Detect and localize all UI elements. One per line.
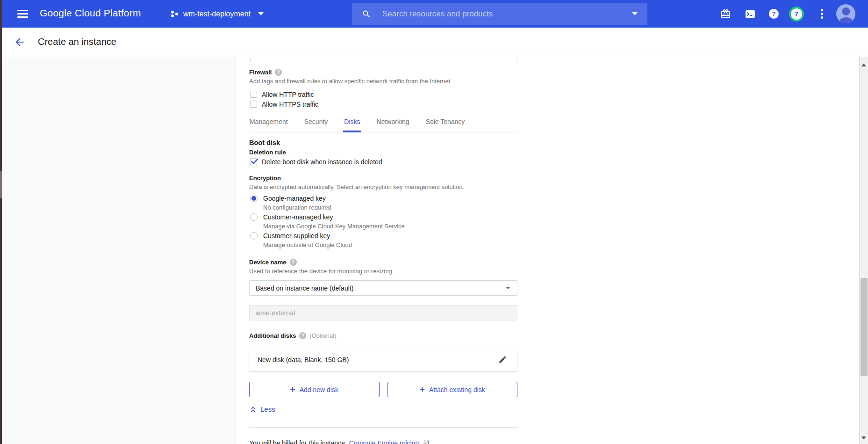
- plus-icon: +: [290, 385, 295, 393]
- double-chevron-up-icon: [250, 406, 256, 413]
- device-name-description: Used to reference the device for mountin…: [249, 268, 394, 275]
- add-new-disk-button[interactable]: + Add new disk: [249, 382, 380, 397]
- device-name-select-value: Based on instance name (default): [256, 284, 353, 292]
- compute-engine-pricing-link[interactable]: Compute Engine pricing: [349, 439, 419, 444]
- collapse-less-link[interactable]: Less: [250, 405, 275, 413]
- free-trial-gift-button[interactable]: [720, 0, 731, 28]
- radio-customer-supplied-key[interactable]: Customer-supplied key Manage outside of …: [249, 231, 352, 250]
- window-edge-notch: [0, 171, 2, 198]
- project-icon: [171, 10, 179, 18]
- notifications-button[interactable]: 7: [789, 0, 804, 28]
- settings-tab-bar: Management Security Disks Networking Sol…: [249, 117, 517, 132]
- edit-disk-button[interactable]: [498, 355, 507, 364]
- vertical-dots-icon: [821, 7, 823, 21]
- disk-actions-row: + Add new disk + Attach existing disk: [249, 382, 517, 397]
- boot-disk-title: Boot disk: [249, 139, 280, 146]
- checkbox-unchecked-icon[interactable]: [250, 91, 257, 98]
- cloud-shell-icon: [745, 8, 756, 20]
- attach-existing-disk-button[interactable]: + Attach existing disk: [387, 382, 518, 397]
- account-avatar-button[interactable]: [836, 0, 855, 28]
- allow-http-checkbox-row[interactable]: Allow HTTP traffic: [249, 89, 314, 99]
- cutoff-input-field[interactable]: [250, 57, 517, 62]
- disk-card-title: New disk (data, Blank, 150 GB): [258, 356, 349, 364]
- search-bar[interactable]: [352, 3, 647, 25]
- back-button[interactable]: [13, 36, 26, 49]
- page-header: Create an instance: [0, 28, 868, 56]
- window-edge-strip: [0, 0, 2, 444]
- scrollbar-thumb[interactable]: [861, 278, 868, 376]
- project-name: wm-test-deployment: [183, 10, 251, 18]
- additional-disks-label: Additional disks ? (Optional): [249, 332, 336, 339]
- delete-boot-disk-checkbox-row[interactable]: Delete boot disk when instance is delete…: [249, 157, 382, 167]
- tab-management[interactable]: Management: [249, 117, 288, 132]
- firewall-section-label: Firewall ?: [249, 69, 282, 76]
- pencil-icon: [498, 355, 507, 364]
- radio-customer-managed-key[interactable]: Customer-managed key Manage via Google C…: [249, 212, 405, 231]
- radio-selected-icon[interactable]: [250, 195, 258, 202]
- device-name-select[interactable]: Based on instance name (default): [249, 280, 517, 296]
- additional-disk-card: New disk (data, Blank, 150 GB): [249, 348, 517, 371]
- device-name-input[interactable]: [249, 305, 517, 320]
- encryption-section-label: Encryption: [249, 175, 281, 182]
- radio-unselected-icon[interactable]: [250, 213, 258, 221]
- radio-google-managed-key[interactable]: Google-managed key No configuration requ…: [249, 194, 331, 212]
- tab-security[interactable]: Security: [304, 117, 329, 132]
- checkbox-unchecked-icon[interactable]: [250, 101, 257, 108]
- tab-disks[interactable]: Disks: [344, 117, 360, 132]
- arrow-back-icon: [14, 36, 26, 48]
- device-name-label: Device name ?: [249, 259, 297, 266]
- search-input[interactable]: [381, 9, 627, 19]
- gcp-logo[interactable]: Google Cloud Platform: [40, 7, 141, 19]
- tab-sole-tenancy[interactable]: Sole Tenancy: [425, 117, 466, 132]
- chevron-down-icon: [258, 12, 264, 15]
- hamburger-menu-icon[interactable]: [17, 10, 28, 18]
- deletion-rule-label: Deletion rule: [249, 149, 286, 156]
- billing-note: You will be billed for this instance. Co…: [249, 439, 430, 444]
- additional-disks-help-icon[interactable]: ?: [299, 332, 306, 339]
- help-button[interactable]: ?: [769, 0, 779, 28]
- page-title: Create an instance: [38, 36, 116, 47]
- radio-unselected-icon[interactable]: [250, 232, 258, 240]
- avatar: [836, 4, 855, 23]
- main-content: Firewall ? Add tags and firewall rules t…: [236, 57, 859, 444]
- allow-https-checkbox-row[interactable]: Allow HTTPS traffic: [249, 99, 318, 109]
- more-options-button[interactable]: [821, 0, 823, 28]
- notification-count-badge: 7: [789, 7, 804, 22]
- device-name-help-icon[interactable]: ?: [290, 259, 297, 266]
- section-divider: [249, 427, 517, 428]
- firewall-description: Add tags and firewall rules to allow spe…: [249, 78, 450, 85]
- project-selector[interactable]: wm-test-deployment: [171, 0, 264, 28]
- select-caret-icon: [506, 287, 510, 289]
- top-app-bar: Google Cloud Platform wm-test-deployment…: [0, 0, 868, 28]
- scrollbar-down-arrow[interactable]: [861, 437, 866, 439]
- vertical-scrollbar[interactable]: [859, 57, 868, 444]
- tab-networking[interactable]: Networking: [376, 117, 410, 132]
- search-icon: [362, 9, 371, 19]
- help-icon: ?: [769, 9, 779, 19]
- encryption-description: Data is encrypted automatically. Select …: [249, 183, 464, 190]
- gift-icon: [720, 8, 731, 19]
- external-link-icon: [423, 440, 430, 444]
- plus-icon: +: [420, 385, 425, 393]
- left-panel: [2, 57, 236, 444]
- checkbox-checked-icon[interactable]: [250, 158, 257, 165]
- optional-hint: (Optional): [309, 332, 336, 339]
- cloud-shell-button[interactable]: [745, 0, 756, 28]
- search-dropdown-caret-icon[interactable]: [632, 12, 638, 15]
- scrollbar-up-arrow[interactable]: [861, 64, 866, 66]
- firewall-help-icon[interactable]: ?: [275, 69, 282, 76]
